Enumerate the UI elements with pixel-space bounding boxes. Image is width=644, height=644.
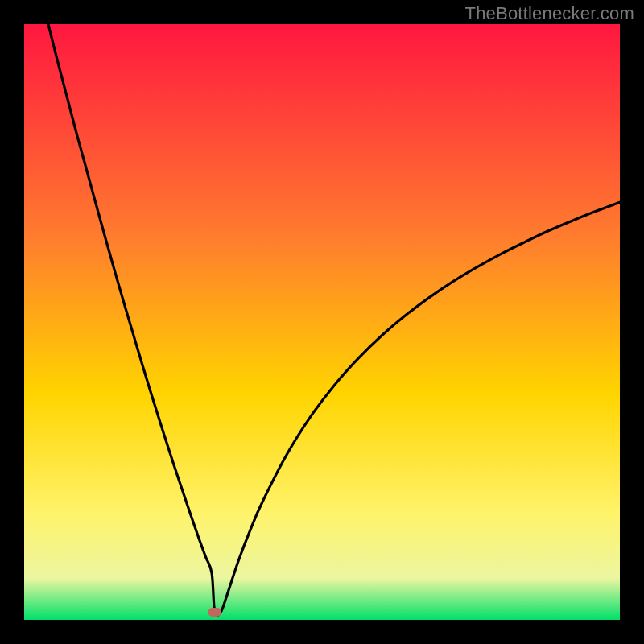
attribution-text: TheBottlenecker.com — [465, 3, 634, 24]
chart-frame: TheBottlenecker.com — [0, 0, 644, 644]
gradient-background — [24, 24, 620, 620]
bottleneck-chart — [24, 24, 620, 620]
minimum-marker — [208, 608, 221, 617]
